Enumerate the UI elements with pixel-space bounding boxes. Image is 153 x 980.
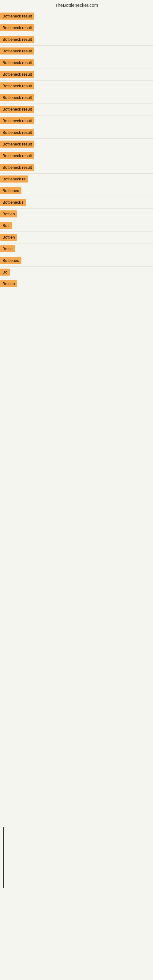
- bottleneck-badge[interactable]: Bottle: [0, 245, 15, 252]
- bottleneck-section: Bottleneck result: [0, 58, 153, 69]
- bottleneck-section: Bottlen: [0, 279, 153, 290]
- bottleneck-badge[interactable]: Bottleneck result: [0, 13, 34, 20]
- bottleneck-section: Bottleneck result: [0, 35, 153, 46]
- vertical-line: [3, 827, 4, 888]
- items-container: Bottleneck resultBottleneck resultBottle…: [0, 11, 153, 290]
- bottleneck-badge[interactable]: Bottleneck result: [0, 106, 34, 113]
- bottleneck-badge[interactable]: Bottlen: [0, 210, 17, 218]
- bottleneck-section: Bottleneck result: [0, 151, 153, 162]
- bottleneck-badge[interactable]: Bottlen: [0, 234, 17, 241]
- bottleneck-section: Bottleneck result: [0, 105, 153, 115]
- bottleneck-badge[interactable]: Bottleneck result: [0, 71, 34, 78]
- bottleneck-badge[interactable]: Bottleneck result: [0, 140, 34, 148]
- bottleneck-badge[interactable]: Bottleneck re: [0, 175, 28, 183]
- bottleneck-section: Bottleneck result: [0, 139, 153, 150]
- page-wrapper: TheBottlenecker.com Bottleneck resultBot…: [0, 0, 153, 290]
- bottleneck-section: Bottlenec: [0, 256, 153, 267]
- bottleneck-badge[interactable]: Bottleneck result: [0, 164, 34, 171]
- bottleneck-badge[interactable]: Bottleneck result: [0, 59, 34, 66]
- bottleneck-section: Bottleneck result: [0, 11, 153, 22]
- bottleneck-section: Bottle: [0, 244, 153, 255]
- bottleneck-badge[interactable]: Bottleneck result: [0, 24, 34, 31]
- bottleneck-section: Bottlenec: [0, 186, 153, 197]
- bottleneck-section: Bottleneck result: [0, 116, 153, 127]
- bottleneck-badge[interactable]: Bottleneck result: [0, 36, 34, 43]
- bottleneck-badge[interactable]: Bott: [0, 222, 12, 229]
- bottleneck-section: Bott: [0, 221, 153, 232]
- bottleneck-badge[interactable]: Bottlen: [0, 280, 17, 287]
- site-title: TheBottlenecker.com: [0, 0, 153, 11]
- bottleneck-badge[interactable]: Bottleneck result: [0, 48, 34, 54]
- bottleneck-badge[interactable]: Bottleneck result: [0, 117, 34, 124]
- bottleneck-section: Bottlen: [0, 232, 153, 243]
- bottleneck-badge[interactable]: Bottleneck result: [0, 94, 34, 101]
- bottleneck-badge[interactable]: Bottleneck result: [0, 129, 34, 136]
- bottleneck-section: Bottleneck result: [0, 81, 153, 92]
- bottleneck-badge[interactable]: Bottlenec: [0, 187, 21, 194]
- bottleneck-section: Bottleneck result: [0, 23, 153, 34]
- bottleneck-section: Bottleneck result: [0, 93, 153, 104]
- bottleneck-section: Bottleneck result: [0, 162, 153, 173]
- bottleneck-section: Bottleneck result: [0, 128, 153, 139]
- bottleneck-section: Bottleneck result: [0, 46, 153, 57]
- bottleneck-section: Bottlen: [0, 209, 153, 220]
- bottleneck-section: Bo: [0, 267, 153, 278]
- bottleneck-badge[interactable]: Bottleneck r: [0, 199, 26, 206]
- bottleneck-badge[interactable]: Bottlenec: [0, 257, 21, 264]
- bottleneck-section: Bottleneck result: [0, 70, 153, 81]
- bottleneck-badge[interactable]: Bottleneck result: [0, 152, 34, 159]
- bottleneck-section: Bottleneck re: [0, 174, 153, 185]
- bottleneck-badge[interactable]: Bo: [0, 269, 10, 275]
- bottleneck-badge[interactable]: Bottleneck result: [0, 83, 34, 89]
- bottleneck-section: Bottleneck r: [0, 197, 153, 208]
